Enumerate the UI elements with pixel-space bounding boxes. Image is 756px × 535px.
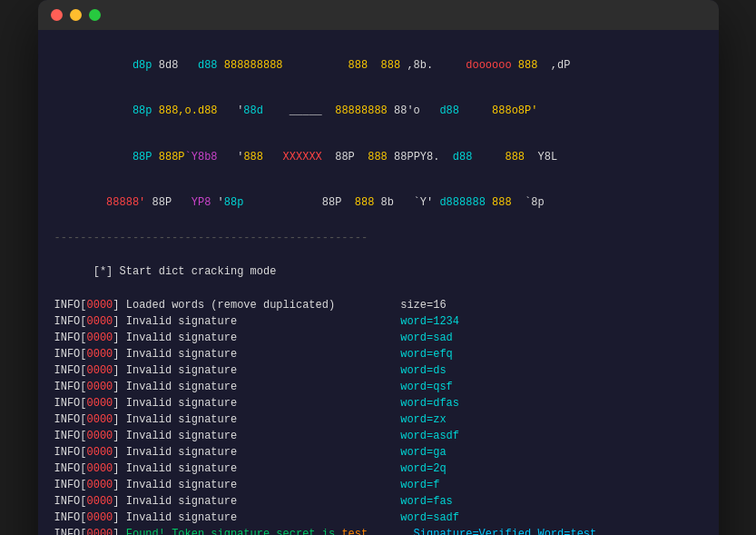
info-line-7: INFO[0000] Invalid signature word=zx xyxy=(54,411,702,428)
info-line-11: INFO[0000] Invalid signature word=f xyxy=(54,477,702,493)
info-line-5: INFO[0000] Invalid signature word=qsf xyxy=(54,379,702,395)
start-dict-line: [*] Start dict cracking mode xyxy=(54,246,702,297)
info-line-found: INFO[0000] Found! Token signature secret… xyxy=(54,526,702,535)
info-line-3: INFO[0000] Invalid signature word=efq xyxy=(54,346,702,362)
ascii-art: d8p 8d8 d88 888888888 888 888 ,8b. doooo… xyxy=(54,43,702,226)
ascii-line-3: 88P 888P`Y8b8 '888 XXXXXX 88P 888 88PPY8… xyxy=(54,134,702,180)
close-button[interactable] xyxy=(51,9,63,21)
info-line-10: INFO[0000] Invalid signature word=2q xyxy=(54,461,702,477)
info-line-1: INFO[0000] Invalid signature word=1234 xyxy=(54,313,702,330)
minimize-button[interactable] xyxy=(70,9,82,21)
info-line-8: INFO[0000] Invalid signature word=asdf xyxy=(54,428,702,444)
separator-line: ----------------------------------------… xyxy=(54,230,702,247)
info-line-2: INFO[0000] Invalid signature word=sad xyxy=(54,330,702,346)
info-lines-container: INFO[0000] Loaded words (remove duplicat… xyxy=(54,297,702,535)
ascii-line-2: 88p 888,o.d88 '88d _____ 88888888 88'o d… xyxy=(54,88,702,134)
info-line-0: INFO[0000] Loaded words (remove duplicat… xyxy=(54,297,702,313)
terminal-window: d8p 8d8 d88 888888888 888 888 ,8b. doooo… xyxy=(38,0,719,535)
maximize-button[interactable] xyxy=(89,9,101,21)
info-line-12: INFO[0000] Invalid signature word=fas xyxy=(54,493,702,510)
ascii-line-1: d8p 8d8 d88 888888888 888 888 ,8b. doooo… xyxy=(54,43,702,88)
info-line-9: INFO[0000] Invalid signature word=ga xyxy=(54,444,702,461)
info-line-4: INFO[0000] Invalid signature word=ds xyxy=(54,362,702,379)
terminal-body: d8p 8d8 d88 888888888 888 888 ,8b. doooo… xyxy=(38,30,719,535)
info-line-13: INFO[0000] Invalid signature word=sadf xyxy=(54,510,702,526)
ascii-line-4: 88888' 88P YP8 '88p 88P 888 8b `Y' d8888… xyxy=(54,180,702,225)
info-line-6: INFO[0000] Invalid signature word=dfas xyxy=(54,395,702,411)
titlebar xyxy=(38,0,719,30)
